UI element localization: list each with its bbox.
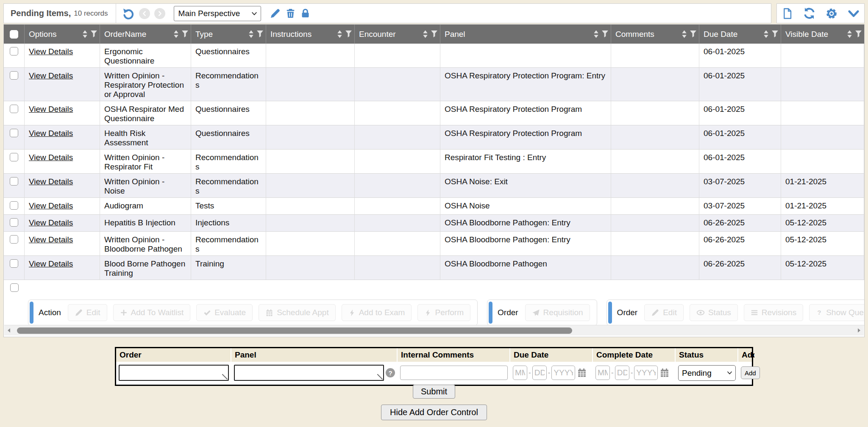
- row-checkbox[interactable]: [10, 129, 18, 137]
- filter-icon[interactable]: [690, 30, 696, 38]
- complete-date-year-input[interactable]: [634, 366, 658, 380]
- sort-icon[interactable]: [173, 30, 179, 38]
- filter-icon[interactable]: [855, 30, 862, 38]
- sort-icon[interactable]: [847, 30, 852, 38]
- footer-row-checkbox[interactable]: [10, 283, 19, 292]
- trash-icon[interactable]: [285, 8, 296, 19]
- row-checkbox[interactable]: [10, 105, 18, 113]
- filter-icon[interactable]: [182, 30, 188, 38]
- row-checkbox[interactable]: [10, 218, 18, 227]
- sort-icon[interactable]: [682, 30, 687, 38]
- view-details-link[interactable]: View Details: [29, 129, 73, 138]
- row-checkbox[interactable]: [10, 201, 18, 210]
- select-all-checkbox[interactable]: [10, 30, 18, 39]
- cell-encounter: [355, 125, 440, 150]
- cell-order-name: Hepatitis B Injection: [100, 215, 191, 232]
- view-details-link[interactable]: View Details: [29, 105, 73, 114]
- add-to-waitlist-button[interactable]: Add To Waitlist: [113, 304, 191, 321]
- form-header-add: Add: [738, 348, 754, 362]
- scroll-left-arrow-icon[interactable]: [4, 328, 14, 333]
- row-checkbox[interactable]: [10, 153, 18, 161]
- filter-icon[interactable]: [431, 30, 437, 38]
- row-checkbox[interactable]: [10, 177, 18, 186]
- status-select[interactable]: Pending: [678, 365, 736, 381]
- refresh-icon[interactable]: [803, 7, 816, 20]
- cell-type: Recommendations: [191, 150, 266, 174]
- internal-comments-input[interactable]: [400, 366, 508, 380]
- complete-date-month-input[interactable]: [595, 366, 610, 380]
- panel-input[interactable]: [235, 366, 383, 380]
- perspective-select[interactable]: Main Perspective: [174, 6, 261, 21]
- filter-icon[interactable]: [602, 30, 608, 38]
- sort-icon[interactable]: [248, 30, 254, 38]
- submit-button[interactable]: Submit: [413, 385, 455, 399]
- show-question-button[interactable]: ?Show Question: [809, 304, 865, 321]
- edit-button[interactable]: Edit: [644, 304, 684, 321]
- status-button[interactable]: Status: [690, 304, 738, 321]
- order-input[interactable]: [120, 366, 228, 380]
- filter-icon[interactable]: [257, 30, 263, 38]
- back-button[interactable]: [139, 8, 150, 19]
- row-checkbox[interactable]: [10, 235, 18, 244]
- scroll-right-arrow-icon[interactable]: [854, 328, 864, 333]
- view-details-link[interactable]: View Details: [29, 177, 73, 186]
- view-details-link[interactable]: View Details: [29, 201, 73, 210]
- cell-instructions: [266, 215, 355, 232]
- chevron-down-icon[interactable]: [847, 7, 860, 20]
- due-date-year-input[interactable]: [551, 366, 575, 380]
- due-date-day-input[interactable]: [532, 366, 547, 380]
- header-icons: [337, 30, 352, 38]
- add-to-exam-button[interactable]: Add to Exam: [342, 304, 412, 321]
- cell-instructions: [266, 198, 355, 215]
- sort-icon[interactable]: [337, 30, 342, 38]
- view-details-link[interactable]: View Details: [29, 235, 73, 244]
- revisions-button[interactable]: Revisions: [744, 304, 803, 321]
- row-checkbox[interactable]: [10, 47, 18, 55]
- cell-comments: [611, 101, 699, 125]
- complete-date-day-input[interactable]: [615, 366, 629, 380]
- forward-button[interactable]: [154, 8, 165, 19]
- pencil-icon[interactable]: [270, 8, 281, 19]
- view-details-link[interactable]: View Details: [29, 71, 73, 80]
- view-details-link[interactable]: View Details: [29, 47, 73, 56]
- column-header-label: Comments: [615, 30, 682, 39]
- filter-icon[interactable]: [91, 30, 97, 38]
- help-icon[interactable]: ?: [386, 368, 395, 377]
- hide-add-order-control-button[interactable]: Hide Add Order Control: [381, 405, 487, 420]
- cell-order-name: Written Opinion - Respirator Fit: [100, 150, 191, 174]
- perform-button[interactable]: Perform: [417, 304, 470, 321]
- filter-icon[interactable]: [772, 30, 778, 38]
- filter-icon[interactable]: [345, 30, 352, 38]
- cell-panel: OSHA Respiratory Protection Program: [440, 101, 611, 125]
- add-button[interactable]: Add: [741, 366, 760, 379]
- evaluate-button[interactable]: Evaluate: [196, 304, 253, 321]
- due-date-month-input[interactable]: [513, 366, 527, 380]
- undo-icon[interactable]: [122, 7, 135, 20]
- view-details-link[interactable]: View Details: [29, 153, 73, 162]
- scrollbar-thumb[interactable]: [17, 327, 572, 334]
- sort-icon[interactable]: [593, 30, 599, 38]
- view-details-link[interactable]: View Details: [29, 259, 73, 268]
- view-details-link[interactable]: View Details: [29, 218, 73, 227]
- plane-icon: [532, 309, 540, 317]
- edit-button[interactable]: Edit: [68, 304, 107, 321]
- cell-panel: OSHA Noise: Exit: [440, 174, 611, 198]
- gear-icon[interactable]: [825, 7, 838, 20]
- calendar-icon[interactable]: [659, 368, 670, 378]
- sort-icon[interactable]: [82, 30, 88, 38]
- chevron-right-icon: [157, 11, 163, 17]
- requisition-button[interactable]: Requisition: [525, 304, 590, 321]
- schedule-appt-button[interactable]: Schedule Appt: [259, 304, 336, 321]
- cell-panel: OSHA Bloodborne Pathogen: Entry: [440, 232, 611, 256]
- action-bar: ActionEditAdd To WaitlistEvaluateSchedul…: [28, 299, 864, 326]
- new-file-icon[interactable]: [782, 7, 793, 20]
- row-checkbox[interactable]: [10, 71, 18, 80]
- sort-icon[interactable]: [763, 30, 769, 38]
- cell-due-date: 03-07-2025: [699, 174, 781, 198]
- lock-icon[interactable]: [300, 8, 311, 19]
- row-checkbox[interactable]: [10, 259, 18, 268]
- eye-icon: [696, 308, 705, 317]
- calendar-icon[interactable]: [577, 368, 587, 378]
- scrollbar-track[interactable]: [14, 327, 854, 334]
- sort-icon[interactable]: [423, 30, 428, 38]
